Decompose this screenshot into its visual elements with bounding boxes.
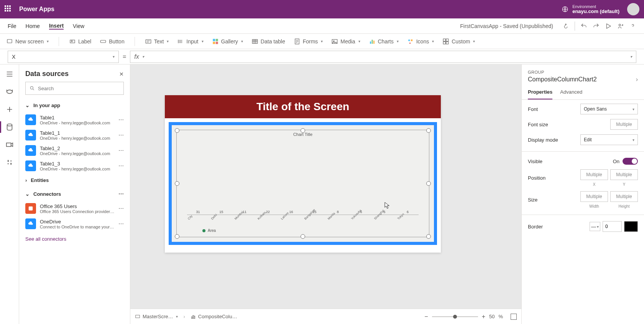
connector-item[interactable]: Office 365 UsersOffice 365 Users Connect…	[19, 201, 130, 216]
zoom-value: 50	[489, 314, 495, 319]
close-icon[interactable]: ✕	[119, 71, 124, 77]
rail-data-icon[interactable]	[5, 123, 14, 131]
menu-home[interactable]: Home	[26, 23, 40, 29]
label-button[interactable]: Label	[69, 38, 91, 45]
svg-rect-6	[213, 39, 215, 41]
search-field[interactable]	[38, 86, 120, 91]
border-style-select[interactable]: — ▾	[590, 222, 600, 231]
text-button[interactable]: Text▾	[145, 38, 169, 45]
more-icon[interactable]: ⋯	[118, 191, 124, 197]
connector-item[interactable]: OneDriveConnect to OneDrive to manage yo…	[19, 216, 130, 231]
properties-panel: GROUP CompositeColumnChart2 › Properties…	[521, 64, 644, 324]
chevron-down-icon: ▾	[321, 39, 323, 43]
position-y-input[interactable]	[610, 169, 638, 180]
more-icon[interactable]: ⋯	[118, 163, 124, 169]
zoom-in-button[interactable]: +	[482, 313, 485, 320]
breadcrumb-control[interactable]: CompositeColu…	[191, 314, 237, 319]
app-checker-icon[interactable]	[562, 23, 569, 30]
more-icon[interactable]: ⋯	[118, 132, 124, 138]
resize-handle[interactable]	[301, 234, 305, 239]
zoom-slider[interactable]	[432, 316, 478, 317]
section-connectors[interactable]: ⌄ Connectors ⋯	[19, 187, 130, 201]
new-screen-button[interactable]: New screen▾	[6, 38, 49, 45]
rail-settings-icon[interactable]	[5, 158, 14, 167]
gallery-button[interactable]: Gallery▾	[212, 38, 243, 45]
onedrive-icon	[25, 130, 36, 141]
charts-button[interactable]: Charts▾	[369, 38, 399, 45]
undo-icon[interactable]	[580, 23, 587, 30]
redo-icon[interactable]	[593, 23, 600, 30]
canvas-area[interactable]: Title of the Screen Chart Title 31 City …	[130, 64, 521, 324]
chevron-right-icon[interactable]: ›	[636, 76, 638, 83]
more-icon[interactable]: ⋯	[118, 205, 124, 212]
chart-selection[interactable]: Chart Title 31 City 15 Delhi 11 Mumbai 2…	[169, 122, 437, 245]
rail-insert-icon[interactable]	[5, 88, 14, 96]
size-height-input[interactable]	[610, 191, 638, 202]
menu-view[interactable]: View	[73, 23, 84, 29]
rail-tree-icon[interactable]	[5, 70, 14, 78]
custom-button[interactable]: Custom▾	[442, 38, 475, 45]
section-in-your-app[interactable]: ⌄ In your app	[19, 99, 130, 112]
rail-media-icon[interactable]	[5, 141, 14, 149]
data-source-title: Table1_2	[40, 145, 115, 151]
data-source-item[interactable]: Table1_2OneDrive - henry.legge@outlook.c…	[19, 143, 130, 158]
data-source-title: Table1	[40, 115, 115, 121]
datatable-button[interactable]: Data table	[251, 38, 285, 45]
environment-picker[interactable]: Environment enayu.com (default)	[562, 4, 619, 14]
button-button[interactable]: Button	[100, 38, 124, 45]
visible-toggle[interactable]	[623, 158, 638, 165]
svg-rect-18	[411, 39, 412, 41]
border-color-picker[interactable]	[624, 221, 638, 232]
zoom-out-button[interactable]: −	[424, 313, 428, 320]
waffle-icon[interactable]	[5, 5, 12, 13]
menu-file[interactable]: File	[8, 23, 16, 29]
play-icon[interactable]	[605, 23, 612, 30]
connector-sub: Office 365 Users Connection provider let…	[40, 209, 115, 214]
tab-properties[interactable]: Properties	[528, 85, 552, 99]
section-entities[interactable]: › Entities	[19, 174, 130, 187]
property-selector[interactable]: X ▾	[8, 51, 119, 63]
fit-to-window-icon[interactable]	[511, 314, 517, 320]
help-icon[interactable]	[629, 23, 636, 30]
font-value: Open Sans	[584, 106, 607, 112]
data-source-sub: OneDrive - henry.legge@outlook.com	[40, 136, 115, 141]
data-source-item[interactable]: Table1_1OneDrive - henry.legge@outlook.c…	[19, 127, 130, 143]
data-source-sub: OneDrive - henry.legge@outlook.com	[40, 151, 115, 156]
more-icon[interactable]: ⋯	[118, 147, 124, 154]
icons-button[interactable]: Icons▾	[407, 38, 434, 45]
ribbon-label: Gallery	[221, 38, 238, 45]
screen-title-bar[interactable]: Title of the Screen	[165, 95, 441, 118]
see-all-connectors-link[interactable]: See all connectors	[19, 231, 130, 246]
border-width-input[interactable]	[603, 221, 622, 232]
formula-input[interactable]: fx ▾ ▾	[130, 51, 636, 63]
data-source-item[interactable]: Table1_3OneDrive - henry.legge@outlook.c…	[19, 158, 130, 174]
chart-bar: 22 Kolkata	[257, 210, 279, 215]
forms-button[interactable]: Forms▾	[294, 38, 323, 45]
font-label: Font	[528, 106, 538, 112]
resize-handle[interactable]	[175, 234, 179, 239]
search-input[interactable]	[25, 82, 124, 95]
share-icon[interactable]	[617, 23, 624, 30]
menu-insert[interactable]: Insert	[49, 23, 64, 30]
ribbon-label: Button	[109, 38, 124, 45]
more-icon[interactable]: ⋯	[118, 221, 124, 227]
rail-add-icon[interactable]	[5, 105, 14, 114]
fontsize-input[interactable]	[610, 119, 638, 130]
resize-handle[interactable]	[175, 181, 179, 186]
more-icon[interactable]: ⋯	[118, 117, 124, 123]
user-avatar[interactable]	[627, 3, 639, 15]
font-select[interactable]: Open Sans ▾	[580, 104, 638, 114]
media-button[interactable]: Media▾	[331, 38, 360, 45]
breadcrumb-screen[interactable]: MasterScre… ▾	[135, 314, 178, 319]
size-width-input[interactable]	[580, 191, 608, 202]
tab-advanced[interactable]: Advanced	[560, 85, 582, 99]
displaymode-select[interactable]: Edit ▾	[580, 134, 638, 145]
resize-handle[interactable]	[426, 181, 431, 186]
chart-bar: 6 Yokosuka	[350, 210, 372, 215]
resize-handle[interactable]	[426, 234, 431, 239]
zoom-thumb[interactable]	[453, 315, 457, 319]
canvas-screen[interactable]: Title of the Screen Chart Title 31 City …	[165, 95, 441, 253]
data-source-item[interactable]: Table1OneDrive - henry.legge@outlook.com…	[19, 112, 130, 127]
input-button[interactable]: Input▾	[177, 38, 203, 45]
position-x-input[interactable]	[580, 169, 608, 180]
